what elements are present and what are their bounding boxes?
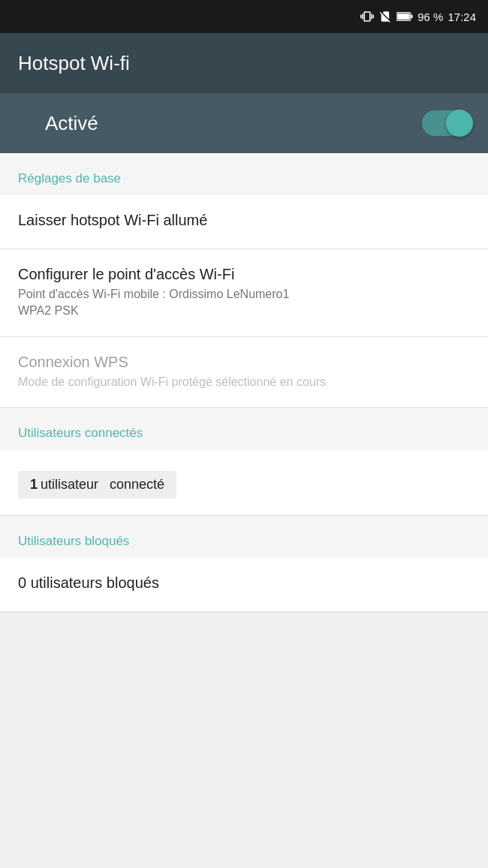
battery-percentage: 96 % [417,11,443,23]
configure-access-item[interactable]: Configurer le point d'accès Wi-Fi Point … [0,249,488,337]
vibration-icon [360,10,374,23]
app-bar: Hotspot Wi-fi [0,33,488,93]
activated-row: Activé [0,93,488,153]
configure-access-subtitle: Point d'accès Wi-Fi mobile : Ordissimo L… [18,286,470,320]
wps-connection-item: Connexion WPS Mode de configuration Wi-F… [0,337,488,408]
connected-count: 1 [30,477,38,492]
battery-icon [396,10,413,23]
wps-connection-title: Connexion WPS [18,354,470,371]
connected-users-text: 1utilisateur connecté [30,477,164,493]
keep-hotspot-item[interactable]: Laisser hotspot Wi-Fi allumé [0,195,488,249]
blocked-users-header: Utilisateurs bloqués [0,516,488,558]
settings-container: Réglages de base Laisser hotspot Wi-Fi a… [0,153,488,613]
connected-users-badge: 1utilisateur connecté [18,471,176,499]
basic-settings-header: Réglages de base [0,153,488,195]
svg-rect-1 [411,15,413,19]
wps-connection-subtitle: Mode de configuration Wi-Fi protégé séle… [18,374,470,390]
activated-label: Activé [45,112,98,135]
clock: 17:24 [447,11,476,23]
configure-access-title: Configurer le point d'accès Wi-Fi [18,266,470,283]
status-bar: 96 % 17:24 [0,0,488,33]
status-icons: 96 % 17:24 [360,10,476,23]
page-title: Hotspot Wi-fi [18,52,130,75]
connected-users-item[interactable]: 1utilisateur connecté [0,450,488,516]
keep-hotspot-title: Laisser hotspot Wi-Fi allumé [18,212,470,229]
activated-toggle[interactable] [422,110,470,136]
blocked-users-item[interactable]: 0 utilisateurs bloqués [0,558,488,612]
blocked-users-text: 0 utilisateurs bloqués [18,574,470,592]
bottom-divider [0,612,488,613]
no-sim-icon [378,10,392,23]
connected-users-header: Utilisateurs connectés [0,408,488,450]
toggle-knob [446,110,473,137]
svg-rect-2 [397,14,410,20]
